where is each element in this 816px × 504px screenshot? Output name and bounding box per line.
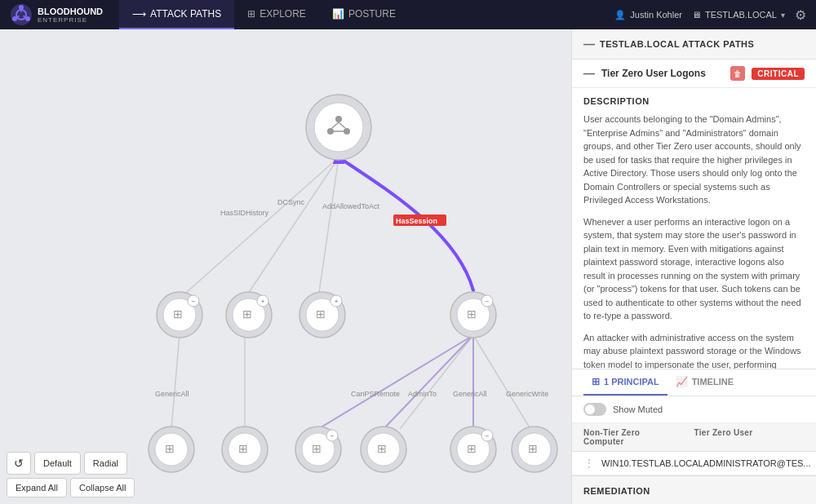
expand-all-button[interactable]: Expand All: [7, 478, 67, 497]
table-row[interactable]: ⋮ WIN10.TESTLAB.LOCAL ADMINISTRATOR@TES.…: [572, 452, 816, 475]
graph-area[interactable]: HasSIDHistory DCSync AddAllowedToAct Has…: [0, 29, 571, 504]
nav-right: 👤 Justin Kohler 🖥 TESTLAB.LOCAL ▾ ⚙: [614, 7, 806, 23]
svg-text:⊞: ⊞: [312, 442, 322, 455]
tab-attack-paths[interactable]: ⟶ ATTACK PATHS: [119, 0, 234, 29]
table-cell-user: ADMINISTRATOR@TES...: [703, 458, 811, 468]
tab-explore[interactable]: ⊞ EXPLORE: [234, 0, 319, 29]
svg-text:⊞: ⊞: [316, 307, 326, 321]
show-muted-row: Show Muted: [572, 396, 816, 423]
default-layout-button[interactable]: Default: [34, 452, 81, 475]
tab-principal[interactable]: ⊞ 1 PRINCIPAL: [583, 369, 667, 396]
svg-text:⊞: ⊞: [528, 442, 538, 455]
principal-icon: ⊞: [592, 376, 600, 387]
posture-icon: 📊: [332, 8, 344, 20]
nav-tabs: ⟶ ATTACK PATHS ⊞ EXPLORE 📊 POSTURE: [119, 0, 614, 29]
svg-text:⊞: ⊞: [377, 442, 387, 455]
attack-paths-icon: ⟶: [132, 8, 146, 20]
svg-point-4: [12, 16, 17, 21]
reset-button[interactable]: ↺: [7, 452, 31, 475]
drag-handle[interactable]: ⋮: [583, 457, 595, 470]
right-panel: — TESTLAB.LOCAL ATTACK PATHS — Tier Zero…: [571, 29, 816, 504]
col-header-computer: Non-Tier ZeroComputer: [583, 428, 694, 446]
remediation-title: REMEDIATION: [583, 486, 650, 496]
svg-point-32: [327, 128, 334, 135]
svg-point-2: [19, 5, 24, 10]
tab-posture[interactable]: 📊 POSTURE: [319, 0, 409, 29]
svg-point-31: [335, 116, 342, 122]
panel-tabs: ⊞ 1 PRINCIPAL 📈 TIMELINE: [572, 369, 816, 396]
tier-row: — Tier Zero User Logons 🗑 CRITICAL: [572, 60, 816, 88]
domain-info[interactable]: 🖥 TESTLAB.LOCAL ▾: [692, 10, 785, 20]
svg-text:⊞: ⊞: [165, 442, 175, 455]
svg-text:AddAllowedToAct: AddAllowedToAct: [322, 202, 380, 210]
col-header-user: Tier Zero User: [694, 428, 805, 446]
layout-controls-row: ↺ Default Radial: [7, 452, 135, 475]
svg-point-3: [25, 16, 30, 21]
svg-text:+: +: [261, 298, 265, 305]
svg-text:⊞: ⊞: [173, 307, 183, 321]
remediation-section: REMEDIATION: [572, 475, 816, 504]
user-info: 👤 Justin Kohler: [614, 10, 682, 20]
description-para-3: An attacker with administrative access o…: [583, 331, 805, 369]
svg-point-30: [314, 103, 363, 152]
toggle-knob: [585, 405, 595, 414]
expand-controls-row: Expand All Collapse All: [7, 478, 135, 497]
description-para-2: Whenever a user performs an interactive …: [583, 215, 805, 323]
svg-text:−: −: [486, 298, 490, 305]
panel-body[interactable]: DESCRIPTION User accounts belonging to t…: [572, 88, 816, 369]
settings-button[interactable]: ⚙: [795, 7, 806, 23]
show-muted-toggle[interactable]: [583, 403, 606, 416]
logo-text: BLOODHOUND ENTERPRISE: [38, 7, 103, 24]
explore-icon: ⊞: [247, 8, 255, 20]
critical-badge: CRITICAL: [752, 68, 805, 80]
user-icon: 👤: [614, 10, 626, 20]
top-navigation: BLOODHOUND ENTERPRISE ⟶ ATTACK PATHS ⊞ E…: [0, 0, 816, 29]
table-header: Non-Tier ZeroComputer Tier Zero User: [572, 423, 816, 452]
description-title: DESCRIPTION: [583, 96, 805, 106]
radial-layout-button[interactable]: Radial: [84, 452, 127, 475]
collapse-all-button[interactable]: Collapse All: [70, 478, 135, 497]
svg-text:⊞: ⊞: [242, 307, 252, 321]
main-layout: HasSIDHistory DCSync AddAllowedToAct Has…: [0, 29, 816, 504]
svg-text:⊞: ⊞: [467, 442, 477, 455]
svg-text:+: +: [335, 298, 339, 305]
collapse-icon[interactable]: —: [583, 38, 595, 51]
table-cell-computer: WIN10.TESTLAB.LOCAL: [601, 458, 703, 468]
svg-text:−: −: [330, 432, 335, 440]
panel-header: — TESTLAB.LOCAL ATTACK PATHS: [572, 29, 816, 60]
bottom-controls: ↺ Default Radial Expand All Collapse All: [7, 452, 135, 497]
svg-text:GenericWrite: GenericWrite: [506, 390, 548, 398]
svg-text:HasSession: HasSession: [396, 217, 437, 225]
tier-icon: 🗑: [730, 66, 745, 81]
svg-text:−: −: [486, 432, 490, 440]
tab-timeline[interactable]: 📈 TIMELINE: [667, 369, 742, 396]
show-muted-label: Show Muted: [613, 405, 663, 414]
svg-text:GenericAll: GenericAll: [453, 390, 487, 398]
chevron-down-icon: ▾: [781, 11, 785, 20]
svg-text:DCSync: DCSync: [277, 198, 305, 206]
svg-text:CanPSRemote: CanPSRemote: [351, 390, 400, 398]
svg-text:−: −: [192, 298, 196, 305]
svg-text:⊞: ⊞: [467, 307, 477, 321]
description-para-1: User accounts belonging to the "Domain A…: [583, 113, 805, 207]
logo-icon: [10, 3, 33, 26]
domain-icon: 🖥: [692, 10, 701, 20]
svg-point-33: [344, 128, 350, 135]
logo: BLOODHOUND ENTERPRISE: [10, 3, 103, 26]
svg-text:GenericAll: GenericAll: [155, 390, 189, 398]
graph-svg: HasSIDHistory DCSync AddAllowedToAct Has…: [0, 29, 571, 504]
has-sid-history-label: HasSIDHistory: [220, 209, 269, 217]
svg-text:AdminTo: AdminTo: [408, 390, 437, 398]
tier-collapse-icon[interactable]: —: [583, 67, 595, 80]
svg-text:⊞: ⊞: [238, 442, 248, 455]
timeline-icon: 📈: [676, 376, 688, 387]
